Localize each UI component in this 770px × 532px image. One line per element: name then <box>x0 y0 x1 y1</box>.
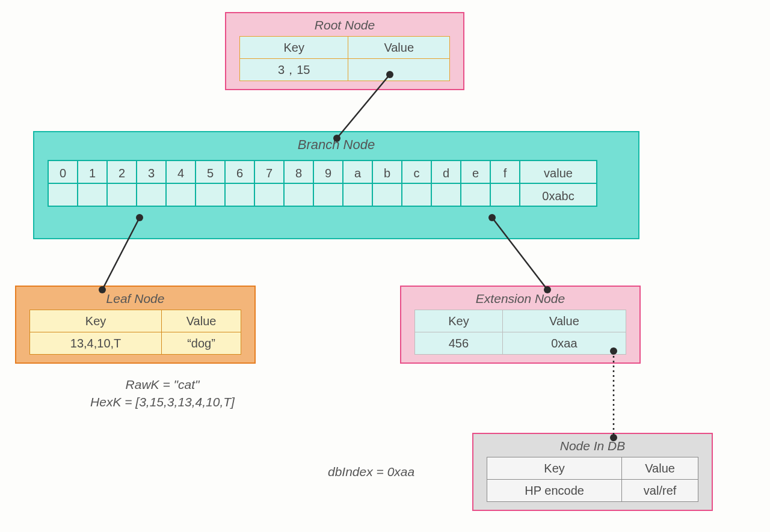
branch-cell-f: f <box>490 160 520 207</box>
branch-header-e: e <box>460 160 491 184</box>
db-key-header: Key <box>487 457 622 480</box>
branch-header-b: b <box>372 160 402 184</box>
branch-cell-0: 0 <box>48 160 78 207</box>
db-key-cell: HP encode <box>487 480 622 502</box>
branch-header-6: 6 <box>224 160 255 184</box>
branch-value-5 <box>195 183 226 207</box>
ext-value-cell: 0xaa <box>502 332 626 355</box>
branch-value-4 <box>165 183 196 207</box>
root-node: Root Node Key Value 3，15 <box>225 12 464 90</box>
branch-cell-3: 3 <box>136 160 167 207</box>
leaf-value-cell: “dog” <box>162 332 241 355</box>
branch-cell-2: 2 <box>106 160 137 207</box>
branch-header-2: 2 <box>106 160 137 184</box>
branch-value-c <box>401 183 432 207</box>
db-node-table: Key Value HP encode val/ref <box>487 457 698 502</box>
branch-cell-7: 7 <box>254 160 285 207</box>
branch-header-4: 4 <box>165 160 196 184</box>
branch-cell-value: value0xabc <box>519 160 597 207</box>
extension-node-table: Key Value 456 0xaa <box>414 310 626 355</box>
branch-value-9 <box>313 183 343 207</box>
branch-node-title: Branch Node <box>48 137 625 153</box>
root-key-header: Key <box>240 37 348 59</box>
branch-cell-c: c <box>401 160 432 207</box>
branch-header-7: 7 <box>254 160 285 184</box>
branch-value-3 <box>136 183 167 207</box>
branch-header-f: f <box>490 160 520 184</box>
db-value-cell: val/ref <box>622 480 698 502</box>
annotation-rawk: RawK = "cat" <box>66 376 259 393</box>
branch-cell-b: b <box>372 160 402 207</box>
branch-cell-8: 8 <box>283 160 314 207</box>
branch-cell-5: 5 <box>195 160 226 207</box>
branch-value-7 <box>254 183 285 207</box>
branch-header-1: 1 <box>77 160 108 184</box>
extension-node: Extension Node Key Value 456 0xaa <box>400 286 641 364</box>
branch-header-a: a <box>342 160 373 184</box>
root-key-cell: 3，15 <box>240 59 348 81</box>
branch-header-5: 5 <box>195 160 226 184</box>
branch-cell-a: a <box>342 160 373 207</box>
leaf-node: Leaf Node Key Value 13,4,10,T “dog” <box>15 286 256 364</box>
leaf-node-table: Key Value 13,4,10,T “dog” <box>29 310 241 355</box>
extension-node-title: Extension Node <box>414 292 626 306</box>
leaf-key-cell: 13,4,10,T <box>30 332 162 355</box>
branch-cell-e: e <box>460 160 491 207</box>
branch-value-2 <box>106 183 137 207</box>
branch-value-0 <box>48 183 78 207</box>
annotation-rawk-hexk: RawK = "cat" HexK = [3,15,3,13,4,10,T] <box>66 376 259 411</box>
ext-value-header: Value <box>502 310 626 332</box>
annotation-hexk: HexK = [3,15,3,13,4,10,T] <box>66 393 259 411</box>
branch-value-f <box>490 183 520 207</box>
branch-cell-1: 1 <box>77 160 108 207</box>
branch-row: 0123456789abcdefvalue0xabc <box>48 160 625 207</box>
branch-header-d: d <box>431 160 461 184</box>
branch-cell-d: d <box>431 160 461 207</box>
db-value-header: Value <box>622 457 698 480</box>
branch-header-0: 0 <box>48 160 78 184</box>
leaf-key-header: Key <box>30 310 162 332</box>
ext-key-cell: 456 <box>415 332 503 355</box>
branch-value-value: 0xabc <box>519 183 597 207</box>
leaf-value-header: Value <box>162 310 241 332</box>
branch-header-c: c <box>401 160 432 184</box>
db-node-title: Node In DB <box>487 439 698 453</box>
annotation-dbindex: dbIndex = 0xaa <box>328 463 414 480</box>
branch-header-3: 3 <box>136 160 167 184</box>
branch-cell-9: 9 <box>313 160 343 207</box>
branch-cell-4: 4 <box>165 160 196 207</box>
branch-value-6 <box>224 183 255 207</box>
branch-cell-6: 6 <box>224 160 255 207</box>
root-node-table: Key Value 3，15 <box>239 36 450 81</box>
branch-value-b <box>372 183 402 207</box>
branch-value-8 <box>283 183 314 207</box>
branch-value-d <box>431 183 461 207</box>
ext-key-header: Key <box>415 310 503 332</box>
root-value-header: Value <box>348 37 450 59</box>
branch-header-value: value <box>519 160 597 184</box>
branch-node: Branch Node 0123456789abcdefvalue0xabc <box>33 131 639 239</box>
leaf-node-title: Leaf Node <box>29 292 241 306</box>
root-value-cell <box>348 59 450 81</box>
branch-value-a <box>342 183 373 207</box>
db-node: Node In DB Key Value HP encode val/ref <box>472 433 713 511</box>
branch-value-e <box>460 183 491 207</box>
root-node-title: Root Node <box>239 18 450 32</box>
branch-header-9: 9 <box>313 160 343 184</box>
branch-header-8: 8 <box>283 160 314 184</box>
branch-value-1 <box>77 183 108 207</box>
